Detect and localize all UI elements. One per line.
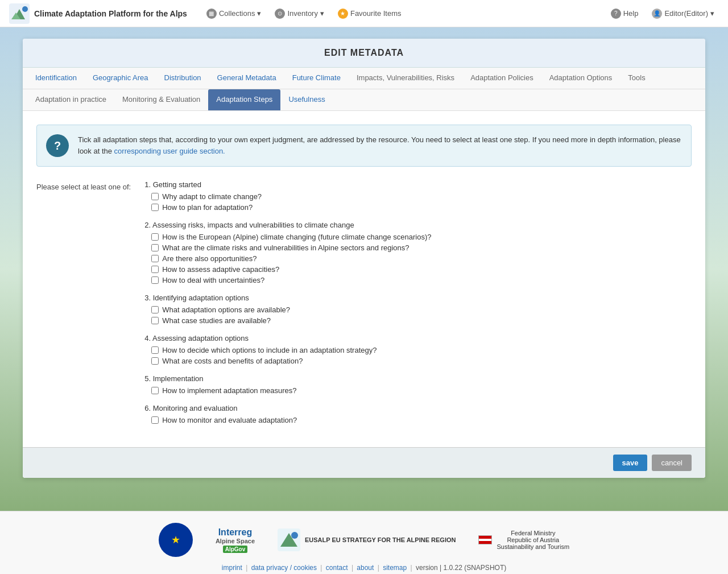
checkbox-how-climate-changing-input[interactable] xyxy=(151,233,159,241)
app-title: Climate Adaptation Platform for the Alps xyxy=(34,9,187,18)
step-title-3: 3. Identifying adaptation options xyxy=(144,294,692,302)
checkbox-how-plan-input[interactable] xyxy=(151,204,159,211)
step-title-6: 6. Monitoring and evaluation xyxy=(144,404,692,412)
checkbox-adaptive-capacities[interactable]: How to assess adaptive capacities? xyxy=(151,265,692,274)
checkbox-which-options[interactable]: How to decide which options to include i… xyxy=(151,346,692,354)
footer-link-sitemap[interactable]: sitemap xyxy=(383,564,407,572)
main-card: EDIT METADATA Identification Geographic … xyxy=(23,39,705,478)
inventory-icon: ⊙ xyxy=(275,9,285,19)
step-group-2: 2. Assessing risks, impacts and vulnerab… xyxy=(144,221,692,284)
footer: ★ Interreg Alpine Space AlpGov EUSALP EU… xyxy=(0,511,728,574)
tab-future-climate[interactable]: Future Climate xyxy=(284,68,349,89)
cancel-button[interactable]: cancel xyxy=(652,455,692,471)
tab-impacts-vuln[interactable]: Impacts, Vulnerabilities, Risks xyxy=(349,68,462,89)
footer-links: imprint | data privacy / cookies | conta… xyxy=(9,564,719,572)
checkbox-costs-benefits-input[interactable] xyxy=(151,357,159,365)
step-group-1: 1. Getting started Why adapt to climate … xyxy=(144,180,692,212)
user-guide-link[interactable]: corresponding user guide section. xyxy=(114,147,225,155)
checkbox-which-options-input[interactable] xyxy=(151,346,159,354)
checkbox-costs-benefits[interactable]: What are costs and benefits of adaptatio… xyxy=(151,357,692,365)
help-icon: ? xyxy=(611,9,621,19)
form-fields: 1. Getting started Why adapt to climate … xyxy=(144,180,692,433)
info-text: Tick all adaptation steps that, accordin… xyxy=(78,134,682,156)
brand: Climate Adaptation Platform for the Alps xyxy=(9,3,187,24)
tab-adaptation-steps[interactable]: Adaptation Steps xyxy=(208,89,280,110)
step-group-5: 5. Implementation How to implement adapt… xyxy=(144,374,692,395)
checkbox-climate-risks[interactable]: What are the climate risks and vulnerabi… xyxy=(151,243,692,252)
checkbox-case-studies-input[interactable] xyxy=(151,317,159,324)
tab-monitoring[interactable]: Monitoring & Evaluation xyxy=(114,89,208,110)
tabs-row1: Identification Geographic Area Distribut… xyxy=(23,68,705,89)
navbar: Climate Adaptation Platform for the Alps… xyxy=(0,0,728,27)
step-group-3: 3. Identifying adaptation options What a… xyxy=(144,294,692,325)
tab-adaptation-options[interactable]: Adaptation Options xyxy=(541,68,621,89)
checkbox-how-plan[interactable]: How to plan for adaptation? xyxy=(151,203,692,212)
editor-icon: 👤 xyxy=(652,9,662,19)
nav-favourite[interactable]: ★ Favourite Items xyxy=(332,5,407,22)
step-title-4: 4. Assessing adaptation options xyxy=(144,334,692,342)
step-title-1: 1. Getting started xyxy=(144,180,692,189)
checkbox-case-studies[interactable]: What case studies are available? xyxy=(151,316,692,325)
svg-point-6 xyxy=(291,532,298,539)
nav-right: ? Help 👤 Editor(Editor) ▾ xyxy=(606,6,719,21)
checkbox-monitor-input[interactable] xyxy=(151,416,159,424)
nav-inventory[interactable]: ⊙ Inventory ▾ xyxy=(269,5,329,22)
save-button[interactable]: save xyxy=(613,455,648,471)
austria-flag xyxy=(478,535,492,544)
footer-link-contact[interactable]: contact xyxy=(326,564,348,572)
checkbox-how-climate-changing[interactable]: How is the European (Alpine) climate cha… xyxy=(151,233,692,241)
step-group-4: 4. Assessing adaptation options How to d… xyxy=(144,334,692,365)
footer-link-imprint[interactable]: imprint xyxy=(222,564,242,572)
step-title-5: 5. Implementation xyxy=(144,374,692,383)
tab-general-metadata[interactable]: General Metadata xyxy=(209,68,284,89)
footer-logos: ★ Interreg Alpine Space AlpGov EUSALP EU… xyxy=(9,523,719,557)
interreg-logo: Interreg Alpine Space AlpGov xyxy=(216,527,255,553)
checkbox-options-available-input[interactable] xyxy=(151,306,159,313)
action-bar: save cancel xyxy=(23,447,705,478)
checkbox-monitor[interactable]: How to monitor and evaluate adaptation? xyxy=(151,416,692,424)
version-text: version | 1.0.22 (SNAPSHOT) xyxy=(416,564,506,572)
nav-editor[interactable]: 👤 Editor(Editor) ▾ xyxy=(647,6,719,21)
checkbox-climate-risks-input[interactable] xyxy=(151,244,159,251)
step-options-4: How to decide which options to include i… xyxy=(144,346,692,365)
step-options-2: How is the European (Alpine) climate cha… xyxy=(144,233,692,284)
svg-point-3 xyxy=(22,6,28,12)
nav-links: ▦ Collections ▾ ⊙ Inventory ▾ ★ Favourit… xyxy=(201,5,606,22)
eu-logo: ★ xyxy=(159,523,193,557)
tab-geographic-area[interactable]: Geographic Area xyxy=(85,68,156,89)
checkbox-options-available[interactable]: What adaptation options are available? xyxy=(151,305,692,314)
tab-identification[interactable]: Identification xyxy=(27,68,85,89)
content-area: ? Tick all adaptation steps that, accord… xyxy=(23,111,705,447)
step-options-5: How to implement adaptation measures? xyxy=(144,386,692,395)
checkbox-uncertainties-input[interactable] xyxy=(151,276,159,284)
step-options-6: How to monitor and evaluate adaptation? xyxy=(144,416,692,424)
checkbox-uncertainties[interactable]: How to deal with uncertainties? xyxy=(151,276,692,284)
nav-help[interactable]: ? Help xyxy=(606,6,643,21)
checkbox-adaptive-capacities-input[interactable] xyxy=(151,266,159,273)
checkbox-why-adapt-input[interactable] xyxy=(151,193,159,200)
step-title-2: 2. Assessing risks, impacts and vulnerab… xyxy=(144,221,692,229)
page-title: EDIT METADATA xyxy=(32,48,696,58)
tab-usefulness[interactable]: Usefulness xyxy=(280,89,333,110)
checkbox-implement-input[interactable] xyxy=(151,387,159,394)
app-logo xyxy=(9,3,30,24)
info-box: ? Tick all adaptation steps that, accord… xyxy=(36,125,692,167)
eusalp-logo: EUSALP EU STRATEGY FOR THE ALPINE REGION xyxy=(278,528,456,551)
nav-collections[interactable]: ▦ Collections ▾ xyxy=(201,5,267,22)
checkbox-opportunities[interactable]: Are there also opportunities? xyxy=(151,254,692,263)
footer-link-about[interactable]: about xyxy=(357,564,374,572)
info-icon: ? xyxy=(46,134,69,157)
checkbox-opportunities-input[interactable] xyxy=(151,255,159,262)
collections-icon: ▦ xyxy=(206,9,217,19)
tab-adaptation-in-practice[interactable]: Adaptation in practice xyxy=(27,89,114,110)
favourite-icon: ★ xyxy=(338,9,348,19)
form-label: Please select at least one of: xyxy=(36,180,131,433)
step-options-1: Why adapt to climate change? How to plan… xyxy=(144,192,692,212)
tab-adaptation-policies[interactable]: Adaptation Policies xyxy=(462,68,541,89)
form-section: Please select at least one of: 1. Gettin… xyxy=(36,180,692,433)
checkbox-implement[interactable]: How to implement adaptation measures? xyxy=(151,386,692,395)
tab-distribution[interactable]: Distribution xyxy=(156,68,209,89)
checkbox-why-adapt[interactable]: Why adapt to climate change? xyxy=(151,192,692,201)
tab-tools[interactable]: Tools xyxy=(620,68,653,89)
footer-link-data-privacy[interactable]: data privacy / cookies xyxy=(251,564,317,572)
